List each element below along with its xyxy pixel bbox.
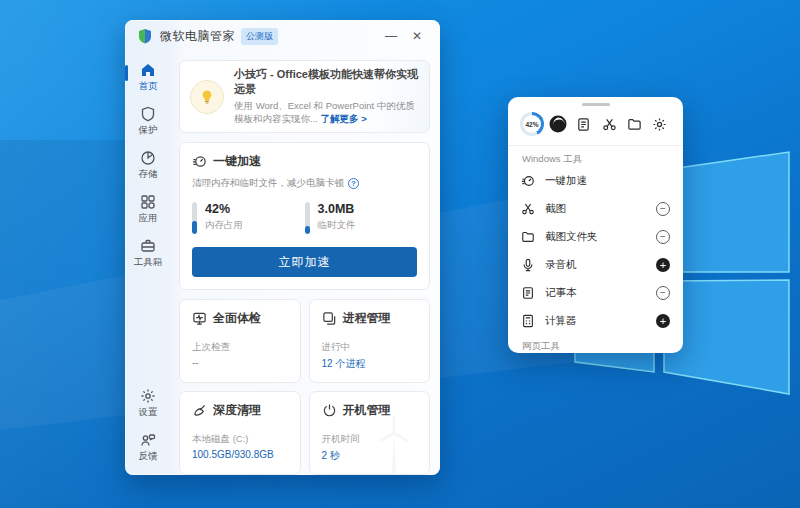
card-value: 12 个进程 — [322, 357, 418, 371]
info-icon[interactable]: ? — [348, 178, 359, 189]
tip-banner[interactable]: 小技巧 - Office模板功能快速帮你实现远景 使用 Word、Excel 和… — [179, 60, 430, 133]
boost-desc-text: 清理内存和临时文件，减少电脑卡顿 — [192, 177, 344, 190]
card-title: 进程管理 — [343, 310, 391, 327]
tempfile-value: 3.0MB — [318, 202, 356, 216]
sidebar-item-label: 设置 — [139, 406, 158, 419]
apps-icon — [140, 194, 156, 210]
pie-chart-icon — [140, 150, 156, 166]
app-title: 微软电脑管家 — [160, 28, 235, 45]
remove-tool-button[interactable]: − — [656, 286, 670, 300]
tool-item-boost[interactable]: 一键加速 — [508, 167, 683, 195]
process-manager-card[interactable]: 进程管理 进行中 12 个进程 — [309, 299, 431, 383]
memory-stat: 42% 内存占用 — [192, 202, 305, 234]
tools-list: 一键加速 截图 − 截图文件夹 − 录音机 + 记事本 − — [508, 167, 683, 335]
add-tool-button[interactable]: + — [656, 314, 670, 328]
calculator-icon — [521, 314, 535, 328]
process-icon — [322, 311, 337, 326]
tool-item-label: 记事本 — [545, 286, 646, 300]
banner-title: 小技巧 - Office模板功能快速帮你实现远景 — [234, 67, 419, 97]
screenshot-quick-icon[interactable] — [598, 113, 620, 135]
scissors-icon — [521, 202, 535, 216]
beta-badge: 公测版 — [241, 28, 278, 45]
quick-access-row: 42% — [520, 111, 671, 137]
gear-icon — [140, 388, 156, 404]
sidebar-item-label: 反馈 — [139, 450, 158, 463]
sidebar-item-settings[interactable]: 设置 — [125, 388, 171, 419]
tool-item-label: 截图 — [545, 202, 646, 216]
memory-ring-label: 42% — [520, 112, 544, 136]
sidebar-item-label: 工具箱 — [134, 256, 163, 269]
folder-icon — [521, 230, 535, 244]
boost-now-button[interactable]: 立即加速 — [192, 247, 417, 277]
memory-label: 内存占用 — [205, 219, 243, 232]
close-button[interactable]: ✕ — [404, 25, 430, 47]
tool-item-label: 计算器 — [545, 314, 646, 328]
learn-more-link[interactable]: 了解更多 > — [321, 113, 367, 124]
pc-manager-window: 微软电脑管家 公测版 — ✕ 首页 保护 存储 — [125, 20, 440, 475]
memory-usage-ring[interactable]: 42% — [520, 112, 544, 136]
tool-item-label: 录音机 — [545, 258, 646, 272]
card-title: 全面体检 — [213, 310, 261, 327]
lightbulb-icon — [190, 80, 224, 114]
card-value: 100.5GB/930.8GB — [192, 449, 288, 460]
tempfile-stat: 3.0MB 临时文件 — [305, 202, 418, 234]
active-indicator — [125, 65, 128, 81]
sidebar-item-label: 首页 — [139, 80, 158, 93]
card-caption: 上次检查 — [192, 341, 288, 354]
sidebar-item-apps[interactable]: 应用 — [125, 194, 171, 225]
folder-quick-icon[interactable] — [624, 113, 646, 135]
desktop-wallpaper: 微软电脑管家 公测版 — ✕ 首页 保护 存储 — [0, 0, 800, 508]
feedback-icon — [140, 432, 156, 448]
app-logo-icon — [137, 28, 153, 44]
card-title: 深度清理 — [213, 402, 261, 419]
sidebar-item-label: 存储 — [139, 168, 158, 181]
windmill-illustration — [332, 413, 422, 473]
tool-item-label: 截图文件夹 — [545, 230, 646, 244]
tool-item-label: 一键加速 — [545, 174, 670, 188]
notepad-icon — [521, 286, 535, 300]
toolbox-flyout: 42% Windows 工具 一键加速 — [508, 97, 683, 353]
banner-description: 使用 Word、Excel 和 PowerPoint 中的优质模板和内容实现你.… — [234, 100, 419, 126]
flyout-divider — [508, 145, 683, 146]
memory-value: 42% — [205, 202, 243, 216]
web-tools-section-label: 网页工具 — [522, 340, 560, 353]
sidebar-item-protection[interactable]: 保护 — [125, 106, 171, 137]
health-check-card[interactable]: 全面体检 上次检查 -- — [179, 299, 301, 383]
card-value: -- — [192, 357, 288, 368]
add-tool-button[interactable]: + — [656, 258, 670, 272]
deep-clean-card[interactable]: 深度清理 本地磁盘 (C:) 100.5GB/930.8GB — [179, 391, 301, 475]
sidebar-item-storage[interactable]: 存储 — [125, 150, 171, 181]
settings-quick-icon[interactable] — [649, 113, 671, 135]
tool-item-voice-recorder[interactable]: 录音机 + — [508, 251, 683, 279]
notepad-quick-icon[interactable] — [573, 113, 595, 135]
boost-icon — [192, 154, 207, 169]
memory-bar — [192, 202, 197, 234]
main-content: 小技巧 - Office模板功能快速帮你实现远景 使用 Word、Excel 和… — [171, 52, 440, 475]
shield-icon — [140, 106, 156, 122]
boost-card: 一键加速 清理内存和临时文件，减少电脑卡顿 ? 42% 内存占用 — [179, 142, 430, 290]
sidebar: 首页 保护 存储 应用 工具箱 — [125, 52, 171, 475]
tool-item-screenshot-folder[interactable]: 截图文件夹 − — [508, 223, 683, 251]
drag-handle[interactable] — [582, 103, 610, 106]
tool-item-calculator[interactable]: 计算器 + — [508, 307, 683, 335]
sidebar-item-label: 保护 — [139, 124, 158, 137]
sidebar-item-home[interactable]: 首页 — [125, 62, 171, 93]
minimize-button[interactable]: — — [378, 25, 404, 47]
remove-tool-button[interactable]: − — [656, 202, 670, 216]
boost-swirl-icon[interactable] — [547, 113, 569, 135]
boost-description: 清理内存和临时文件，减少电脑卡顿 ? — [192, 177, 417, 190]
card-caption: 本地磁盘 (C:) — [192, 433, 288, 446]
sidebar-item-toolbox[interactable]: 工具箱 — [125, 238, 171, 269]
tool-item-notepad[interactable]: 记事本 − — [508, 279, 683, 307]
windows-tools-section-label: Windows 工具 — [522, 153, 582, 166]
tempfile-bar — [305, 202, 310, 234]
broom-icon — [192, 403, 207, 418]
boost-title: 一键加速 — [213, 153, 261, 170]
sidebar-item-label: 应用 — [139, 212, 158, 225]
titlebar: 微软电脑管家 公测版 — ✕ — [125, 20, 440, 52]
tool-item-screenshot[interactable]: 截图 − — [508, 195, 683, 223]
sidebar-item-feedback[interactable]: 反馈 — [125, 432, 171, 463]
remove-tool-button[interactable]: − — [656, 230, 670, 244]
health-check-icon — [192, 311, 207, 326]
microphone-icon — [521, 258, 535, 272]
